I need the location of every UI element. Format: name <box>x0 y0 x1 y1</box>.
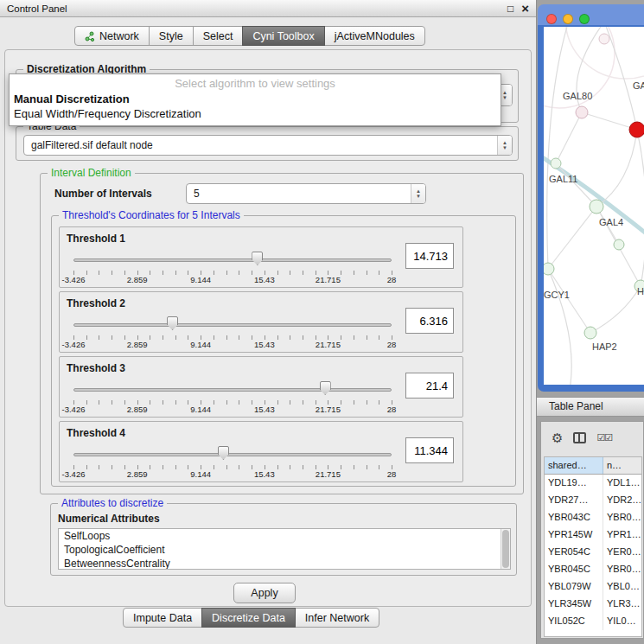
cell[interactable]: YIL052C <box>545 613 603 630</box>
node-label[interactable]: GAL11 <box>549 174 577 184</box>
cell[interactable]: YLR345W <box>545 596 603 613</box>
zoom-traffic-light-icon[interactable] <box>579 14 590 24</box>
numerical-attributes-list[interactable]: SelfLoops TopologicalCoefficient Between… <box>58 528 511 570</box>
interval-definition-group: Interval Definition Number of Intervals … <box>40 173 524 494</box>
tab-network[interactable]: Network <box>74 26 150 46</box>
tab-discretize-data[interactable]: Discretize Data <box>201 608 296 628</box>
node-label[interactable]: GA <box>633 80 644 91</box>
float-window-icon[interactable]: □ <box>507 3 513 15</box>
table-panel-header[interactable]: Table Panel <box>537 397 644 417</box>
cell[interactable]: YBL0… <box>603 578 641 596</box>
close-icon[interactable]: × <box>521 3 529 14</box>
threshold-2-slider[interactable] <box>73 316 392 334</box>
cell[interactable]: YBR045C <box>545 561 603 578</box>
combobox-stepper-icon[interactable]: ▲ ▼ <box>497 136 512 155</box>
node-label[interactable]: H <box>637 286 644 296</box>
cell[interactable]: YBR0… <box>603 561 641 578</box>
column-header-shared-name[interactable]: shared… <box>545 457 603 474</box>
slider-track[interactable] <box>73 258 392 262</box>
cell[interactable]: YDL19… <box>545 475 603 492</box>
table-row[interactable]: YPR145W YPR1… <box>545 526 641 544</box>
slider-thumb[interactable] <box>218 446 229 460</box>
table-row[interactable]: YER054C YER0… <box>545 544 641 561</box>
slider-track[interactable] <box>73 323 392 327</box>
list-item[interactable]: TopologicalCoefficient <box>59 543 510 557</box>
table-row[interactable]: YBR043C YBR0… <box>545 509 641 526</box>
cell[interactable]: YLR3… <box>603 596 641 613</box>
arrow-down-icon: ▼ <box>416 194 421 199</box>
threshold-1-slider[interactable] <box>73 252 392 269</box>
minimize-traffic-light-icon[interactable] <box>563 14 573 24</box>
table-row[interactable]: YDR27… YDR2… <box>545 492 641 509</box>
interval-definition-group-title: Interval Definition <box>48 167 135 179</box>
algorithm-dropdown-popup: Select algorithm to view settings Manual… <box>9 73 501 126</box>
table-row[interactable]: YBL079W YBL0… <box>545 578 641 596</box>
popup-option-equal-width-frequency[interactable]: Equal Width/Frequency Discretization <box>10 106 501 121</box>
tick-label: 21.715 <box>316 405 341 414</box>
table-data-combobox[interactable]: galFiltered.sif default node ▲ ▼ <box>23 135 513 156</box>
node-label[interactable]: GCY1 <box>544 290 570 300</box>
tick-label: 21.715 <box>316 275 341 284</box>
threshold-1-value-field[interactable] <box>405 243 454 269</box>
table-row[interactable]: YLR345W YLR3… <box>545 596 641 613</box>
cell[interactable]: YER054C <box>545 544 603 561</box>
cell[interactable]: YBL079W <box>545 578 603 596</box>
threshold-3-slider[interactable] <box>73 381 392 399</box>
list-item[interactable]: SelfLoops <box>59 529 510 543</box>
threshold-4-label: Threshold 4 <box>67 427 125 439</box>
network-canvas[interactable]: GAL80 GA GAL11 GAL4 GCY1 H HAP2 <box>544 27 644 385</box>
threshold-4-value-field[interactable] <box>405 437 454 463</box>
threshold-2-value-field[interactable] <box>405 308 454 334</box>
cell[interactable]: YER0… <box>603 544 641 561</box>
list-item[interactable]: BetweennessCentrality <box>59 557 510 570</box>
threshold-4-slider[interactable] <box>73 446 392 463</box>
threshold-3-value-field[interactable] <box>405 373 454 399</box>
tab-impute-data[interactable]: Impute Data <box>123 608 202 628</box>
node-label[interactable]: GAL80 <box>563 91 592 101</box>
tab-cyni-toolbox[interactable]: Cyni Toolbox <box>242 26 324 46</box>
table-row[interactable]: YDL19… YDL1… <box>545 475 641 492</box>
popup-option-manual-discretization[interactable]: Manual Discretization <box>10 92 501 106</box>
slider-thumb[interactable] <box>320 381 331 395</box>
network-graph <box>544 27 644 385</box>
tab-style[interactable]: Style <box>149 26 194 46</box>
column-header-name[interactable]: n… <box>603 457 641 474</box>
node-label[interactable]: HAP2 <box>592 341 617 352</box>
gear-icon[interactable]: ⚙ <box>552 431 563 444</box>
tab-jactivemnodules[interactable]: jActiveMNodules <box>324 26 425 46</box>
slider-ticks <box>73 465 392 469</box>
cell[interactable]: YBR0… <box>603 509 641 526</box>
columns-icon[interactable] <box>573 432 586 443</box>
slider-thumb[interactable] <box>252 252 263 265</box>
scrollbar-thumb[interactable] <box>502 530 509 568</box>
cell[interactable]: YDR27… <box>545 492 603 509</box>
table-row[interactable]: YIL052C YIL0… <box>545 613 641 630</box>
top-tab-bar: Network Style Select Cyni Toolbox jActiv… <box>74 26 425 46</box>
combobox-stepper-icon[interactable]: ▲ ▼ <box>411 184 425 203</box>
tick-label: 9.144 <box>190 405 211 414</box>
list-scrollbar[interactable] <box>501 529 510 569</box>
slider-track[interactable] <box>73 388 392 392</box>
threshold-1-panel: Threshold 1 -3.426 2.859 9.144 15.43 21.… <box>59 226 463 288</box>
number-of-intervals-combobox[interactable]: 5 ▲ ▼ <box>186 183 426 204</box>
tab-select[interactable]: Select <box>193 26 244 46</box>
cell[interactable]: YPR145W <box>545 526 603 544</box>
tick-label: 28 <box>387 340 397 349</box>
tick-label: -3.426 <box>62 405 86 414</box>
cell[interactable]: YBR043C <box>545 509 603 526</box>
cyni-toolbox-panel: Discretization Algorithm ▲ ▼ Select algo… <box>4 49 532 607</box>
cell[interactable]: YDL1… <box>603 475 641 492</box>
cell[interactable]: YIL0… <box>603 613 641 630</box>
table-row[interactable]: YBR045C YBR0… <box>545 561 641 578</box>
cell[interactable]: YPR1… <box>603 526 641 544</box>
cell[interactable]: YDR2… <box>603 492 641 509</box>
tick-label: 15.43 <box>254 405 275 414</box>
close-traffic-light-icon[interactable] <box>546 14 557 24</box>
select-columns-icon[interactable]: ☑☑ <box>596 432 612 443</box>
node-label[interactable]: GAL4 <box>599 217 623 227</box>
network-view-window: GAL80 GA GAL11 GAL4 GCY1 H HAP2 <box>538 4 644 392</box>
tab-infer-network[interactable]: Infer Network <box>295 608 379 628</box>
slider-track[interactable] <box>73 453 392 456</box>
slider-thumb[interactable] <box>167 316 178 330</box>
apply-button[interactable]: Apply <box>233 583 296 603</box>
